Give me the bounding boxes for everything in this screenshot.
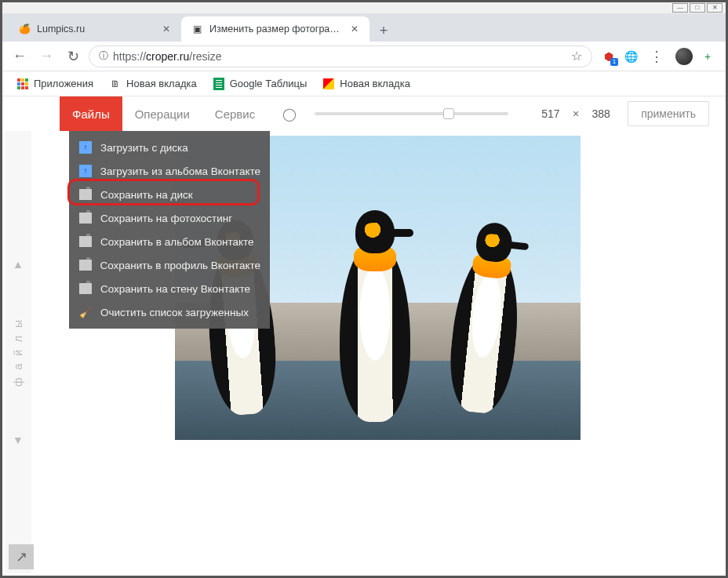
extension-icons: ⬢1 🌐 ⋮ + bbox=[597, 45, 719, 67]
window-maximize-button[interactable]: □ bbox=[690, 3, 705, 13]
menu-item-label: Сохранить на фотохостинг bbox=[100, 213, 232, 224]
rail-label: ф а й л ы bbox=[12, 318, 24, 387]
apps-shortcut[interactable]: Приложения bbox=[10, 75, 100, 93]
menu-item-label: Очистить список загруженных bbox=[100, 307, 249, 318]
favicon-crop-icon: ▣ bbox=[191, 23, 203, 35]
url-host: croper.ru bbox=[146, 50, 189, 63]
favicon-orange-icon: 🍊 bbox=[18, 23, 31, 35]
address-bar[interactable]: ⓘ https://croper.ru/resize ☆ bbox=[89, 45, 592, 67]
profile-avatar[interactable] bbox=[675, 48, 693, 65]
yandex-icon bbox=[322, 78, 335, 90]
extension-plus-icon[interactable]: + bbox=[701, 49, 715, 64]
disk-icon bbox=[78, 211, 93, 225]
bookmark-label: Новая вкладка bbox=[340, 78, 410, 89]
tab-close-icon[interactable]: ✕ bbox=[161, 24, 172, 35]
tab-title: Lumpics.ru bbox=[37, 24, 155, 35]
menu-save-to-disk[interactable]: Сохранить на диск bbox=[69, 183, 270, 206]
screenshot-frame: — □ ✕ 🍊 Lumpics.ru ✕ ▣ Изменить размер ф… bbox=[0, 0, 728, 578]
toolbar-tab-service[interactable]: Сервис bbox=[202, 96, 268, 131]
upload-icon bbox=[78, 164, 93, 178]
tab-title: Изменить размер фотографии bbox=[209, 24, 343, 35]
back-button[interactable]: ← bbox=[9, 45, 31, 67]
bookmark-star-icon[interactable]: ☆ bbox=[571, 49, 582, 64]
site-info-icon[interactable]: ⓘ bbox=[99, 49, 108, 63]
bookmark-label: Google Таблицы bbox=[230, 78, 308, 89]
toolbar-tab-operations[interactable]: Операции bbox=[122, 96, 202, 131]
bookmark-label: Приложения bbox=[34, 78, 93, 89]
zoom-slider-wrap bbox=[299, 112, 524, 115]
zoom-slider[interactable] bbox=[315, 112, 508, 115]
sheets-icon bbox=[213, 78, 225, 90]
rail-up-arrow-icon[interactable]: ▲ bbox=[13, 258, 24, 271]
menu-item-label: Сохранить на стену Вконтакте bbox=[100, 283, 250, 295]
share-button[interactable]: ↗ bbox=[9, 544, 34, 569]
times-label: × bbox=[573, 107, 579, 120]
extension-globe-icon[interactable]: 🌐 bbox=[624, 49, 638, 64]
width-input[interactable] bbox=[533, 104, 568, 124]
browser-menu-icon[interactable]: ⋮ bbox=[646, 45, 668, 67]
browser-tab-lumpics[interactable]: 🍊 Lumpics.ru ✕ bbox=[9, 16, 181, 42]
disk-icon bbox=[78, 282, 93, 296]
left-rail: ▲ ф а й л ы ▼ bbox=[5, 131, 31, 573]
menu-save-to-vk-wall[interactable]: Сохранить на стену Вконтакте bbox=[69, 277, 270, 300]
menu-load-from-disk[interactable]: Загрузить с диска bbox=[69, 136, 270, 159]
menu-item-label: Сохранить в профиль Вконтакте bbox=[100, 260, 260, 271]
slider-thumb[interactable] bbox=[443, 108, 454, 119]
forward-button[interactable]: → bbox=[35, 45, 57, 67]
menu-save-to-vk-album[interactable]: Сохранить в альбом Вконтакте bbox=[69, 230, 270, 253]
apply-button[interactable]: применить bbox=[628, 101, 709, 126]
window-title-bar: — □ ✕ bbox=[2, 2, 726, 13]
clear-icon: 🧹 bbox=[78, 305, 93, 319]
window-close-button[interactable]: ✕ bbox=[707, 3, 723, 13]
reset-icon[interactable]: ◯ bbox=[280, 104, 299, 123]
bookmark-google-sheets[interactable]: Google Таблицы bbox=[206, 75, 314, 93]
page-content: Файлы Операции Сервис ◯ × применить ▲ ф … bbox=[5, 96, 723, 573]
browser-toolbar: ← → ↻ ⓘ https://croper.ru/resize ☆ ⬢1 🌐 … bbox=[2, 42, 726, 71]
menu-load-from-vk-album[interactable]: Загрузить из альбома Вконтакте bbox=[69, 159, 270, 183]
menu-item-label: Сохранить в альбом Вконтакте bbox=[100, 236, 254, 248]
bookmark-label: Новая вкладка bbox=[126, 78, 197, 89]
menu-clear-uploaded-list[interactable]: 🧹Очистить список загруженных bbox=[69, 300, 270, 324]
tab-close-icon[interactable]: ✕ bbox=[349, 24, 360, 35]
files-dropdown-menu: Загрузить с диска Загрузить из альбома В… bbox=[69, 131, 270, 329]
extension-adblock-icon[interactable]: ⬢1 bbox=[602, 49, 616, 64]
url-protocol: https:// bbox=[113, 50, 146, 63]
disk-icon bbox=[78, 234, 93, 249]
reload-button[interactable]: ↻ bbox=[62, 45, 84, 67]
rail-down-arrow-icon[interactable]: ▼ bbox=[13, 434, 24, 446]
penguin-center bbox=[340, 242, 410, 422]
upload-icon bbox=[78, 140, 93, 154]
dimensions: × bbox=[524, 104, 628, 124]
menu-save-to-vk-profile[interactable]: Сохранить в профиль Вконтакте bbox=[69, 253, 270, 277]
menu-save-to-photohosting[interactable]: Сохранить на фотохостинг bbox=[69, 206, 270, 230]
browser-tab-croper[interactable]: ▣ Изменить размер фотографии ✕ bbox=[181, 16, 369, 42]
browser-tab-strip: 🍊 Lumpics.ru ✕ ▣ Изменить размер фотогра… bbox=[2, 13, 726, 42]
croper-toolbar: Файлы Операции Сервис ◯ × применить bbox=[5, 96, 723, 131]
apps-grid-icon bbox=[16, 78, 29, 90]
menu-item-label: Сохранить на диск bbox=[100, 189, 193, 201]
disk-icon bbox=[78, 258, 92, 272]
bookmark-new-tab-1[interactable]: 🗎 Новая вкладка bbox=[103, 75, 203, 93]
disk-icon bbox=[78, 187, 93, 202]
url-path: /resize bbox=[189, 50, 221, 63]
toolbar-tab-files[interactable]: Файлы bbox=[60, 96, 122, 131]
menu-item-label: Загрузить из альбома Вконтакте bbox=[100, 165, 260, 177]
new-tab-button[interactable]: + bbox=[373, 20, 395, 42]
document-icon: 🗎 bbox=[109, 78, 122, 90]
bookmark-new-tab-2[interactable]: Новая вкладка bbox=[316, 75, 417, 93]
window-minimize-button[interactable]: — bbox=[672, 3, 688, 13]
bookmarks-bar: Приложения 🗎 Новая вкладка Google Таблиц… bbox=[2, 71, 726, 96]
height-input[interactable] bbox=[584, 104, 618, 124]
menu-item-label: Загрузить с диска bbox=[100, 142, 188, 154]
